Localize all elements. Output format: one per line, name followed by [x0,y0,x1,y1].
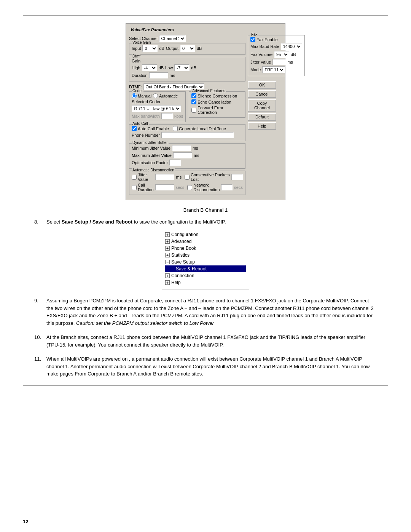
tree-item-phonebook[interactable]: + Phone Book [165,245,246,252]
baud-rate-select[interactable]: 14400 [281,43,302,50]
selected-coder-label: Selected Coder [132,99,161,104]
page-number: 12 [23,519,28,524]
input-unit: dB [159,46,164,51]
call-duration-input[interactable]: 180 [155,184,174,190]
output-select[interactable]: 0 [180,45,195,52]
instruction-list: 9. Assuming a Bogen PCMZPM is located at… [34,297,377,378]
fec-checkbox[interactable] [191,108,196,113]
auto-call-enable-label[interactable]: Auto Call Enable [132,126,169,131]
echo-checkbox[interactable] [191,99,196,104]
silence-checkbox[interactable] [191,93,196,98]
ok-button[interactable]: OK [248,81,276,89]
step9-content: Assuming a Bogen PCMZPM is located at Co… [46,297,377,327]
jitter-disconnect-label[interactable]: Jitter Value [132,173,154,182]
tree-item-statistics-label: Statistics [171,252,190,258]
fec-checkbox-label[interactable]: Forward Error Correction [191,105,243,115]
page-wrapper: Voice/Fax Parameters Select Channel Chan… [0,0,411,532]
coder-advanced-row: Coder Manual Automatic [129,91,245,124]
consecutive-text: Consecutive Packets Lost [191,173,230,182]
opt-factor-row: Optimisation Factor 7 [132,160,243,166]
input-select[interactable]: 0 [142,45,158,52]
tree-item-connection[interactable]: + Connection [165,272,246,279]
input-label: Input [132,46,141,51]
auto-call-section: Auto Call Auto Call Enable Generate Loca… [129,124,245,141]
expand-icon-connection: + [165,273,170,278]
step8-row: 8. Select Save Setup / Save and Reboot t… [34,219,377,225]
call-duration-label[interactable]: Call Duration [132,183,154,192]
tree-item-savereboot[interactable]: Save & Reboot [165,265,246,272]
consecutive-input[interactable]: 30 [231,174,243,180]
step10-number: 10. [34,334,43,348]
cancel-button[interactable]: Cancel [248,90,276,98]
echo-checkbox-label[interactable]: Echo Cancellation [191,99,231,104]
jitter-value-input[interactable]: 400 [272,59,286,65]
tree-item-phonebook-label: Phone Book [171,246,196,251]
tree-item-statistics[interactable]: + Statistics [165,252,246,259]
manual-radio-label[interactable]: Manual [132,93,151,98]
local-dial-checkbox[interactable] [173,126,178,131]
caution-text: Caution: set the PCMZPM output selector … [76,320,214,326]
baud-rate-row: Max Baud Rate 14400 [250,43,302,50]
tree-item-savesetup[interactable]: − Save Setup [165,259,246,265]
call-duration-checkbox[interactable] [132,185,137,190]
phone-number-row: Phone Number 1-4 [132,132,243,138]
network-disconnect-label[interactable]: Network Disconnection [187,183,220,192]
channel-select[interactable]: Channel 1 [159,35,186,42]
tree-item-advanced[interactable]: + Advanced [165,238,246,245]
jitter-disconnect-input[interactable]: 350 [155,174,174,180]
phone-number-input[interactable]: 1-4 [161,132,234,138]
auto-call-label: Auto Call [132,121,149,126]
auto-call-enable-text: Auto Call Enable [138,126,169,131]
tree-item-savereboot-label: Save & Reboot [176,266,207,272]
consecutive-checkbox[interactable] [185,175,190,180]
default-button[interactable]: Default [248,113,276,121]
consecutive-label[interactable]: Consecutive Packets Lost [185,173,230,182]
fax-enable-checkbox[interactable] [250,37,255,42]
tree-item-help-label: Help [171,280,181,285]
manual-label: Manual [138,94,151,98]
auto-call-enable-row: Auto Call Enable Generate Local Dial Ton… [132,126,243,131]
help-button[interactable]: Help [248,122,276,130]
max-bandwidth-input: 10 [161,113,173,119]
dtmf-section: Dtmf Gain High -4 dB Low [129,57,245,81]
tree-item-configuration[interactable]: + Configuration [165,231,246,238]
min-jitter-input[interactable]: 60 [172,145,191,151]
jitter-disconnect-text: Jitter Value [138,173,154,182]
tree-item-savesetup-label: Save Setup [171,259,195,265]
duration-input[interactable]: 100 [149,72,168,78]
fax-enable-row: Fax Enable [250,37,302,42]
auto-disconnect-section: Automatic Disconnection Jitter Value 350… [129,171,245,195]
automatic-radio-label[interactable]: Automatic [153,93,178,98]
local-dial-label[interactable]: Generate Local Dial Tone [173,126,226,131]
opt-factor-input[interactable]: 7 [169,160,181,166]
jitter-disconnect-checkbox[interactable] [132,175,137,180]
dynamic-jitter-section: Dynamic Jitter Buffer Minimum Jitter Val… [129,143,245,169]
expand-icon-statistics: + [165,253,170,257]
step8-content: Select Save Setup / Save and Reboot to s… [46,219,377,225]
auto-call-enable-checkbox[interactable] [132,126,137,131]
silence-checkbox-label[interactable]: Silence Compression [191,93,237,98]
fax-volume-select[interactable]: 95 [274,51,289,58]
copy-channel-button[interactable]: Copy Channel [248,99,276,112]
call-duration-unit: secs [176,185,185,190]
automatic-radio[interactable] [153,93,158,98]
silence-row: Silence Compression [191,93,243,98]
min-jitter-row: Minimum Jitter Value 60 ms [132,145,243,151]
fax-enable-text: Fax Enable [256,37,278,42]
fax-enable-label[interactable]: Fax Enable [250,37,278,42]
manual-radio[interactable] [132,93,137,98]
selected-coder-select[interactable]: G 711 U - law @ 64 kbp. [132,105,181,112]
tree-item-configuration-label: Configuration [171,232,198,237]
output-unit: dB [197,46,202,51]
network-disconnect-unit: secs [234,185,243,190]
advanced-label: Advanced Features [191,89,226,93]
network-disconnect-checkbox[interactable] [187,185,192,190]
mode-select[interactable]: FRF 11 [262,66,285,73]
max-jitter-input[interactable]: 300 [173,152,192,158]
low-select[interactable]: -7 [174,64,190,71]
tree-item-help[interactable]: + Help [165,279,246,286]
dtmf-label: Dtmf [132,54,141,58]
fax-section: Fax Fax Enable Max Baud Rate 1440 [248,35,305,76]
network-disconnect-input[interactable]: 300 [221,184,233,190]
high-select[interactable]: -4 [142,64,157,71]
